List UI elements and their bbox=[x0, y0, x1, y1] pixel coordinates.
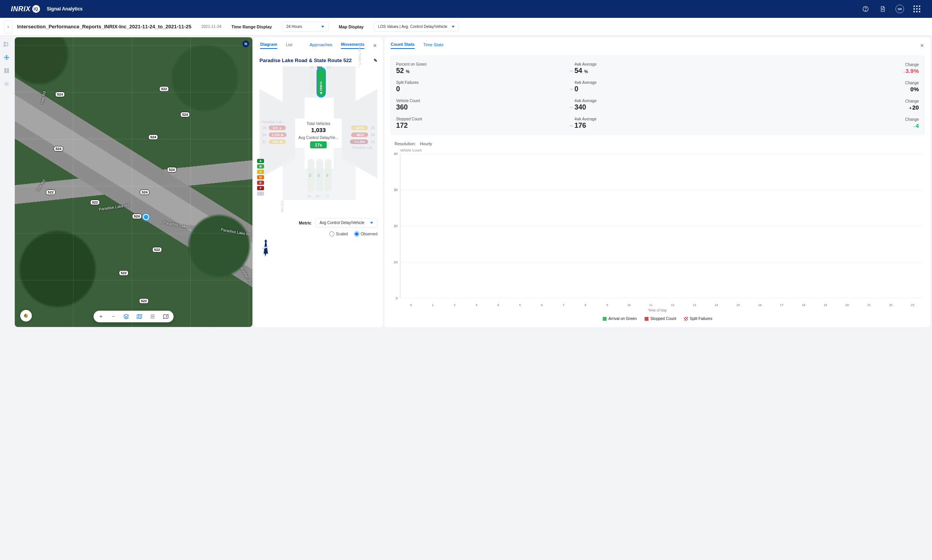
route-shield: 524 bbox=[140, 190, 150, 195]
map-toolbar: ＋ － bbox=[94, 311, 174, 322]
map-display-select[interactable]: LOS Values | Avg. Control Delay/Vehicle bbox=[374, 22, 459, 31]
stats-summary: Percent on Green52 %vs4wk Average54 %Cha… bbox=[390, 55, 925, 135]
report-name: Intersection_Performance_Reports_INRIX-I… bbox=[17, 24, 191, 30]
metric-label: Metric bbox=[299, 221, 311, 225]
route-shield: 524 bbox=[180, 112, 190, 117]
movement-pill[interactable]: 24s◀ bbox=[269, 139, 286, 144]
tab-count-stats[interactable]: Count Stats bbox=[391, 42, 415, 49]
rail-buildings-icon[interactable] bbox=[3, 67, 10, 75]
compass-icon[interactable]: N bbox=[242, 40, 249, 47]
svg-point-1 bbox=[865, 10, 866, 10]
help-icon[interactable] bbox=[861, 5, 870, 13]
movement-pill[interactable]: ▶22s bbox=[351, 125, 368, 130]
route-shield: 522 bbox=[159, 86, 169, 92]
movement-diagram: State Route 5... 33 360 3.9 17s 15s ▼ Pa… bbox=[259, 66, 377, 214]
route-shield: 524 bbox=[167, 167, 177, 172]
vehicle-count-chart: Vehicle Count 010203040 0123456789101112… bbox=[390, 149, 925, 322]
app-title: Signal Analytics bbox=[47, 6, 83, 12]
svg-rect-4 bbox=[5, 69, 9, 73]
movement-pill[interactable]: ▼1.6m bbox=[350, 139, 368, 144]
zoom-in-button[interactable]: ＋ bbox=[98, 313, 104, 320]
metric-select[interactable]: Avg Control Delay/Vehicle bbox=[315, 218, 377, 228]
brand-logo: INRIXIQ bbox=[11, 5, 40, 13]
approach-south-label: WA 522 bbox=[280, 200, 284, 212]
route-shield: 524 bbox=[54, 146, 63, 151]
approach-west-label: Paradise Lak... bbox=[262, 120, 285, 124]
total-vehicles-value: 1,033 bbox=[298, 127, 338, 133]
report-date: 2021-11-24 bbox=[202, 24, 221, 29]
zoom-out-button[interactable]: － bbox=[111, 313, 116, 320]
svg-rect-2 bbox=[4, 42, 5, 44]
route-shield: 522 bbox=[46, 190, 56, 195]
active-movement[interactable]: 17s 15s ▼ bbox=[316, 67, 326, 97]
selected-intersection-marker[interactable] bbox=[143, 214, 149, 220]
close-diagram-button[interactable]: ✕ bbox=[373, 43, 377, 49]
movement-pill[interactable]: 1.2m▶ bbox=[269, 132, 287, 137]
edit-icon[interactable]: ✎ bbox=[374, 58, 377, 63]
tab-time-stats[interactable]: Time Stats bbox=[423, 42, 443, 49]
route-shield: 524 bbox=[132, 214, 142, 219]
map-mode-button[interactable] bbox=[136, 313, 143, 320]
map-panel[interactable]: N Yew Rd Yew Rd Paradise Lake Rd Paradis… bbox=[15, 37, 252, 327]
map-display-label: Map Display bbox=[339, 24, 363, 29]
route-shield: 522 bbox=[152, 247, 162, 252]
time-range-select[interactable]: 24 Hours bbox=[282, 22, 329, 31]
rail-intersections-icon[interactable] bbox=[3, 54, 10, 61]
approach-north-label: State Route 5... bbox=[358, 43, 362, 68]
rail-settings-icon[interactable] bbox=[3, 80, 10, 88]
route-shield: 524 bbox=[148, 134, 158, 140]
user-avatar[interactable]: SR bbox=[895, 5, 904, 13]
north-arrow-icon bbox=[259, 238, 271, 259]
diagram-panel: Diagram List Approaches Movements ✕ Para… bbox=[254, 37, 383, 327]
satellite-basemap bbox=[15, 37, 252, 327]
list-button[interactable] bbox=[150, 313, 156, 320]
resolution-row: Resolution:Hourly bbox=[391, 141, 925, 146]
map-fab-button[interactable] bbox=[20, 310, 32, 322]
movement-pill[interactable]: ◀1m bbox=[351, 132, 368, 137]
route-shield: 522 bbox=[90, 200, 100, 205]
document-icon[interactable] bbox=[878, 5, 887, 13]
chart-legend: Arrival on Green Stopped Count Split Fai… bbox=[390, 317, 925, 321]
time-range-label: Time Range Display bbox=[231, 24, 272, 29]
radio-observed[interactable]: Observed bbox=[354, 231, 377, 237]
apps-icon[interactable] bbox=[913, 5, 921, 13]
route-shield: 524 bbox=[55, 92, 65, 97]
approach-east-label: Paradise Lak... bbox=[352, 146, 375, 150]
svg-point-5 bbox=[6, 83, 7, 85]
tab-diagram[interactable]: Diagram bbox=[260, 42, 277, 49]
label-button[interactable] bbox=[163, 313, 169, 320]
north-count-c: 3.9 bbox=[326, 66, 330, 69]
stats-panel: Count Stats Time Stats ✕ Percent on Gree… bbox=[384, 37, 930, 327]
report-toolbar: › Intersection_Performance_Reports_INRIX… bbox=[0, 18, 932, 36]
close-stats-button[interactable]: ✕ bbox=[920, 43, 924, 49]
radio-scaled[interactable]: Scaled bbox=[329, 231, 348, 237]
route-shield: 522 bbox=[139, 298, 149, 304]
los-legend: ABCDEF- bbox=[257, 159, 264, 196]
app-header: INRIXIQ Signal Analytics SR bbox=[0, 0, 932, 18]
intersection-name: Paradise Lake Road & State Route 522 bbox=[259, 57, 352, 63]
route-shield: 522 bbox=[119, 270, 129, 276]
left-rail bbox=[0, 37, 13, 327]
total-vehicles-label: Total Vehicles bbox=[298, 122, 338, 126]
expand-sidebar-button[interactable]: › bbox=[4, 20, 12, 33]
movement-pill[interactable]: 1m▲ bbox=[269, 125, 286, 130]
layers-button[interactable] bbox=[123, 313, 129, 320]
north-count-a: 33 bbox=[310, 66, 313, 69]
svg-rect-3 bbox=[4, 45, 5, 47]
avg-delay-value: 17s bbox=[310, 141, 327, 148]
tab-approaches[interactable]: Approaches bbox=[310, 42, 332, 49]
avg-delay-label: Avg Control Delay/Ve... bbox=[298, 136, 338, 140]
rail-corridors-icon[interactable] bbox=[3, 40, 10, 48]
tab-list[interactable]: List bbox=[286, 42, 292, 49]
